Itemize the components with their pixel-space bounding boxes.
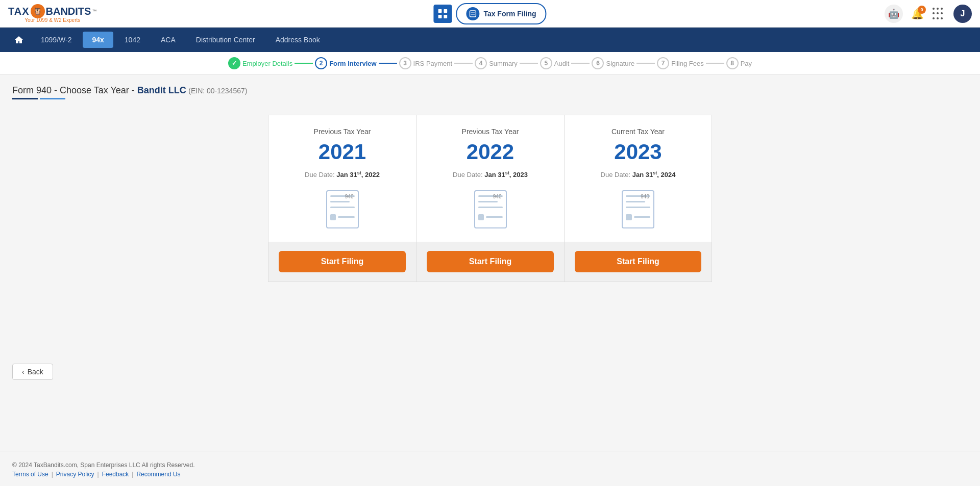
step-6: 6 Signature [592, 57, 634, 69]
center-nav: Tax Form Filing [433, 3, 546, 24]
connector-6-7 [636, 63, 655, 64]
footer-recommend-link[interactable]: Recommend Us [136, 471, 180, 478]
main-nav: 1099/W-2 94x 1042 ACA Distribution Cente… [0, 28, 980, 52]
nav-item-aca[interactable]: ACA [152, 32, 185, 48]
nav-item-distribution[interactable]: Distribution Center [187, 32, 264, 48]
company-name: Bandit LLC [137, 85, 186, 95]
card-1-footer: Start Filing [268, 242, 416, 282]
footer-privacy-link[interactable]: Privacy Policy [56, 471, 94, 478]
card-2-year: 2022 [427, 140, 554, 164]
connector-4-5 [520, 63, 538, 64]
steps-bar: ✓ Employer Details 2 Form Interview 3 IR… [0, 52, 980, 75]
nav-item-home[interactable] [8, 31, 30, 48]
logo-area: TAX 🦉 BANDITS ™ Your 1099 & W2 Experts [8, 4, 96, 23]
nav-item-1099w2[interactable]: 1099/W-2 [32, 32, 81, 48]
logo-tax: TAX [8, 6, 30, 17]
step-8-circle: 8 [726, 57, 739, 69]
step-1: ✓ Employer Details [228, 57, 292, 69]
back-button[interactable]: ‹ Back [12, 364, 53, 380]
step-1-circle: ✓ [228, 57, 240, 69]
footer-sep-3: | [132, 471, 133, 478]
logo-tm: ™ [92, 9, 96, 14]
svg-rect-1 [444, 9, 447, 13]
card-3-year: 2023 [575, 140, 701, 164]
step-4-label: Summary [489, 60, 518, 67]
footer-feedback-link[interactable]: Feedback [102, 471, 129, 478]
step-5: 5 Audit [540, 57, 570, 69]
step-2-label: Form Interview [329, 60, 376, 67]
top-header: TAX 🦉 BANDITS ™ Your 1099 & W2 Experts [0, 0, 980, 28]
form-940-icon-1 [279, 189, 406, 229]
main-content: Form 940 - Choose Tax Year - Bandit LLC … [0, 75, 980, 355]
step-7: 7 Filing Fees [657, 57, 704, 69]
svg-rect-4 [470, 11, 476, 17]
cards-container: Previous Tax Year 2021 Due Date: Jan 31s… [260, 115, 720, 282]
apps-grid-button[interactable] [932, 7, 945, 20]
step-3-label: IRS Payment [413, 60, 453, 67]
nav-item-address[interactable]: Address Book [266, 32, 329, 48]
step-3-circle: 3 [399, 57, 411, 69]
connector-7-8 [706, 63, 724, 64]
form-940-icon-2 [427, 189, 554, 229]
step-1-label: Employer Details [242, 60, 292, 67]
step-8: 8 Pay [726, 57, 752, 69]
tax-card-2023: Current Tax Year 2023 Due Date: Jan 31st… [564, 115, 712, 282]
back-section: ‹ Back [0, 355, 980, 388]
step-6-circle: 6 [592, 57, 604, 69]
step-4-circle: 4 [475, 57, 487, 69]
card-3-due: Due Date: Jan 31st, 2024 [575, 170, 701, 178]
svg-rect-2 [438, 15, 442, 18]
back-chevron-icon: ‹ [22, 368, 24, 376]
card-1-due: Due Date: Jan 31st, 2022 [279, 170, 406, 178]
step-4: 4 Summary [475, 57, 518, 69]
card-3-footer: Start Filing [565, 242, 712, 282]
step-2: 2 Form Interview [315, 57, 376, 69]
spacer [0, 388, 980, 451]
step-6-label: Signature [606, 60, 634, 67]
tax-form-filing-button[interactable]: Tax Form Filing [456, 3, 546, 24]
footer-sep-2: | [97, 471, 99, 478]
footer-links: Terms of Use | Privacy Policy | Feedback… [12, 471, 968, 478]
card-3-label: Current Tax Year [575, 127, 701, 136]
svg-rect-3 [444, 15, 447, 18]
form-940-icon-3 [575, 189, 701, 229]
footer-sep-1: | [52, 471, 53, 478]
card-1-label: Previous Tax Year [279, 127, 406, 136]
start-filing-btn-2022[interactable]: Start Filing [427, 251, 554, 272]
step-7-circle: 7 [657, 57, 669, 69]
tax-form-label: Tax Form Filing [483, 10, 536, 18]
start-filing-btn-2021[interactable]: Start Filing [279, 251, 406, 272]
nav-item-94x[interactable]: 94x [83, 32, 113, 48]
step-5-label: Audit [554, 60, 570, 67]
logo-bandits: BANDITS [46, 6, 91, 17]
back-label: Back [28, 368, 43, 376]
step-7-label: Filing Fees [671, 60, 704, 67]
grid-icon-button[interactable] [433, 5, 452, 23]
user-avatar[interactable]: J [953, 5, 972, 23]
card-2-footer: Start Filing [416, 242, 564, 282]
title-underline [12, 98, 968, 99]
notification-badge: 0 [918, 6, 926, 14]
connector-1-2 [295, 63, 313, 64]
logo-subtitle: Your 1099 & W2 Experts [8, 17, 96, 23]
logo-block: TAX 🦉 BANDITS ™ Your 1099 & W2 Experts [8, 4, 96, 23]
tax-card-2021: Previous Tax Year 2021 Due Date: Jan 31s… [268, 115, 416, 282]
page-title: Form 940 - Choose Tax Year - Bandit LLC … [12, 85, 968, 96]
tax-card-2022: Previous Tax Year 2022 Due Date: Jan 31s… [416, 115, 564, 282]
connector-3-4 [454, 63, 473, 64]
connector-2-3 [379, 63, 397, 64]
notification-button[interactable]: 🔔 0 [911, 8, 924, 20]
nav-item-1042[interactable]: 1042 [115, 32, 150, 48]
card-2-due: Due Date: Jan 31st, 2023 [427, 170, 554, 178]
svg-rect-0 [438, 9, 442, 13]
card-1-year: 2021 [279, 140, 406, 164]
connector-5-6 [571, 63, 590, 64]
step-5-circle: 5 [540, 57, 552, 69]
ein-label: (EIN: 00-1234567) [188, 87, 247, 95]
logo-owl-icon: 🦉 [31, 4, 45, 18]
card-2-label: Previous Tax Year [427, 127, 554, 136]
footer-terms-link[interactable]: Terms of Use [12, 471, 48, 478]
step-3: 3 IRS Payment [399, 57, 453, 69]
tax-form-icon [466, 7, 479, 20]
start-filing-btn-2023[interactable]: Start Filing [575, 251, 701, 272]
